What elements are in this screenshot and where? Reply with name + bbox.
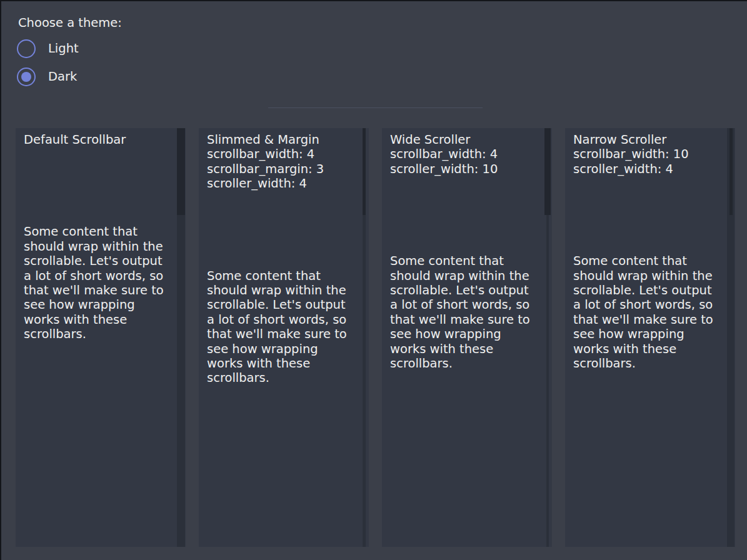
panel-config-line: scrollbar_margin: 3 xyxy=(207,162,352,176)
panel-title: Slimmed & Margin xyxy=(207,132,352,147)
scrollbar-thumb[interactable] xyxy=(177,128,185,215)
scrollbar-thumb[interactable] xyxy=(544,128,551,215)
panel-header: Slimmed & Margin scrollbar_width: 4scrol… xyxy=(207,132,352,191)
panel-header: Wide Scroller scrollbar_width: 4scroller… xyxy=(390,132,535,176)
panel-title: Narrow Scroller xyxy=(573,132,718,147)
panel-content-text: Some content that should wrap within the… xyxy=(207,269,352,386)
section-divider xyxy=(268,108,483,108)
radio-option-label: Light xyxy=(48,41,79,56)
theme-radio-option[interactable]: Dark xyxy=(17,68,79,86)
panel-config-line: scrollbar_width: 4 xyxy=(207,147,352,161)
scrollable-panel[interactable]: Default Scrollbar Some content that shou… xyxy=(16,128,186,547)
panel-config-line: scroller_width: 10 xyxy=(390,162,535,176)
scrollable-panel[interactable]: Narrow Scroller scrollbar_width: 10scrol… xyxy=(565,128,735,547)
scrollbar-thumb[interactable] xyxy=(729,128,733,215)
panel-content-text: Some content that should wrap within the… xyxy=(24,224,169,341)
app-background: Choose a theme: Light Dark Default Scrol… xyxy=(1,1,747,560)
panel-content-text: Some content that should wrap within the… xyxy=(573,254,718,371)
scrollable-panel[interactable]: Slimmed & Margin scrollbar_width: 4scrol… xyxy=(199,128,369,547)
theme-radio-option[interactable]: Light xyxy=(17,39,79,58)
scrollable-panel[interactable]: Wide Scroller scrollbar_width: 4scroller… xyxy=(382,128,552,547)
theme-prompt-label: Choose a theme: xyxy=(18,16,122,30)
panel-config-line: scrollbar_width: 4 xyxy=(390,147,535,161)
radio-button-icon[interactable] xyxy=(17,68,36,86)
panel-config-line: scroller_width: 4 xyxy=(573,162,718,176)
panel-header: Narrow Scroller scrollbar_width: 10scrol… xyxy=(573,132,718,176)
panel-body: Default Scrollbar Some content that shou… xyxy=(16,128,186,342)
panel-body: Narrow Scroller scrollbar_width: 10scrol… xyxy=(565,128,735,371)
theme-radio-group: Light Dark xyxy=(17,39,79,96)
panel-config-list: scrollbar_width: 4scrollbar_margin: 3scr… xyxy=(207,147,352,191)
panel-header: Default Scrollbar xyxy=(24,132,169,147)
radio-option-label: Dark xyxy=(48,69,77,84)
panel-title: Default Scrollbar xyxy=(24,132,169,147)
radio-selected-dot-icon xyxy=(21,72,31,82)
panel-content-text: Some content that should wrap within the… xyxy=(390,254,535,371)
panel-title: Wide Scroller xyxy=(390,132,535,147)
panel-body: Slimmed & Margin scrollbar_width: 4scrol… xyxy=(199,128,369,386)
panel-config-list: scrollbar_width: 4scroller_width: 10 xyxy=(390,147,535,176)
scrollbar-thumb[interactable] xyxy=(363,128,366,215)
radio-button-icon[interactable] xyxy=(17,39,36,58)
panel-body: Wide Scroller scrollbar_width: 4scroller… xyxy=(382,128,552,371)
panel-config-line: scroller_width: 4 xyxy=(207,176,352,191)
panel-config-line: scrollbar_width: 10 xyxy=(573,147,718,161)
panel-config-list: scrollbar_width: 10scroller_width: 4 xyxy=(573,147,718,176)
